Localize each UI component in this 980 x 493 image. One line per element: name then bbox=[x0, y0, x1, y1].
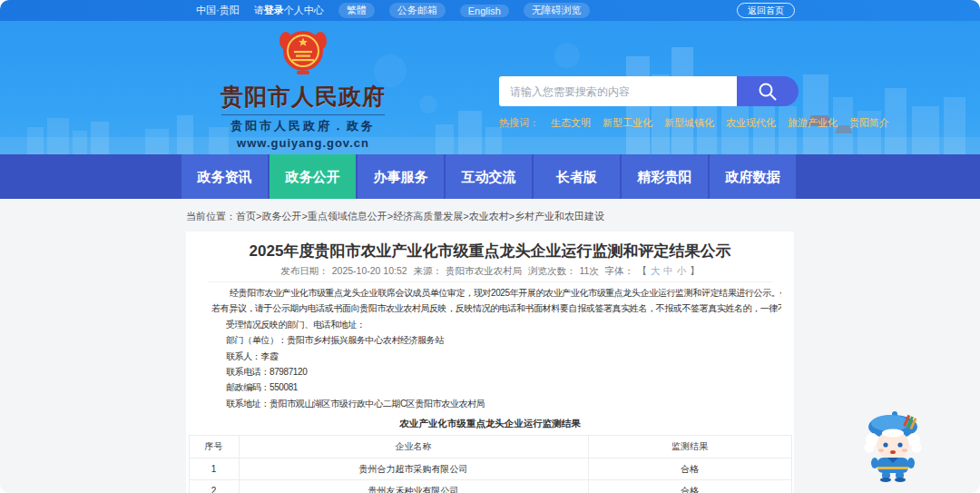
cell-company-name: 贵州友禾种业有限公司 bbox=[239, 480, 588, 493]
search-icon bbox=[758, 82, 778, 102]
meta-bracket-close: 】 bbox=[690, 265, 700, 276]
meta-source-label: 来源： bbox=[414, 265, 443, 276]
hot-word-urbanization[interactable]: 新型城镇化 bbox=[664, 116, 714, 130]
cell-result: 合格 bbox=[588, 480, 791, 493]
topbar-link-china-guiyang[interactable]: 中国·贵阳 bbox=[196, 4, 240, 17]
table-header-result: 监测结果 bbox=[588, 436, 791, 458]
meta-bracket-open: 【 bbox=[637, 265, 647, 276]
cell-seq: 1 bbox=[189, 458, 239, 480]
font-size-medium-button[interactable]: 中 bbox=[663, 265, 673, 276]
hot-word-guiyang-intro[interactable]: 贵阳简介 bbox=[849, 116, 889, 130]
paragraph-line-2: 若有异议，请于公示期内电话或书面向贵阳市农业农村局反映，反映情况的电话和书面材料… bbox=[211, 301, 781, 316]
search-area: 热搜词： 生态文明 新型工业化 新型城镇化 农业现代化 旅游产业化 贵阳简介 bbox=[499, 76, 799, 130]
cell-result: 合格 bbox=[588, 458, 791, 480]
topbar-link-accessibility[interactable]: 无障碍浏览 bbox=[524, 3, 590, 18]
mascot-widget[interactable] bbox=[860, 409, 926, 483]
table-header-row: 序号 企业名称 监测结果 bbox=[189, 436, 791, 458]
meta-publish-label: 发布日期： bbox=[280, 265, 328, 276]
search-input[interactable] bbox=[499, 76, 737, 106]
section-line: 受理情况反映的部门、电话和地址： bbox=[211, 317, 781, 332]
mascot-icon bbox=[860, 409, 926, 483]
meta-views-label: 浏览次数： bbox=[528, 265, 576, 276]
cell-company-name: 贵州合力超市采购有限公司 bbox=[239, 458, 588, 480]
hot-word-ecology[interactable]: 生态文明 bbox=[551, 116, 591, 130]
search-button[interactable] bbox=[737, 76, 799, 106]
hot-words: 热搜词： 生态文明 新型工业化 新型城镇化 农业现代化 旅游产业化 贵阳简介 bbox=[499, 116, 799, 130]
content-card: 2025年度贵阳市农业产业化市级重点龙头企业运行监测和评定结果公示 发布日期：2… bbox=[186, 232, 794, 493]
contact-person: 联系人：李霞 bbox=[211, 349, 781, 364]
topbar-link-official-mail[interactable]: 公务邮箱 bbox=[389, 3, 446, 18]
contact-address: 联系地址：贵阳市观山湖区市级行政中心二期C区贵阳市农业农村局 bbox=[211, 396, 781, 411]
topbar-link-english[interactable]: English bbox=[460, 5, 509, 17]
table-title: 农业产业化市级重点龙头企业运行监测结果 bbox=[186, 417, 794, 430]
logo-divider bbox=[221, 114, 385, 115]
meta-source-value: 贵阳市农业农村局 bbox=[446, 265, 522, 276]
article-title: 2025年度贵阳市农业产业化市级重点龙头企业运行监测和评定结果公示 bbox=[186, 242, 794, 261]
login-bold: 登录 bbox=[264, 5, 284, 15]
site-title: 贵阳市人民政府 bbox=[214, 82, 392, 112]
article-meta: 发布日期：2025-10-20 10:52 来源：贵阳市农业农村局 浏览次数：1… bbox=[208, 265, 772, 282]
breadcrumb-path[interactable]: 首页>政务公开>重点领域信息公开>经济高质量发展>农业农村>乡村产业和农田建设 bbox=[236, 211, 604, 222]
site-logo[interactable]: 贵阳市人民政府 贵阳市人民政府．政务 www.guiyang.gov.cn bbox=[214, 27, 392, 150]
nav-item-elderly-version[interactable]: 长者版 bbox=[534, 154, 620, 199]
contact-phone: 联系电话：87987120 bbox=[211, 364, 781, 380]
nav-item-gov-data[interactable]: 政府数据 bbox=[710, 154, 796, 199]
paragraph-line-1: 经贵阳市农业产业化市级重点龙头企业联席会议成员单位审定，现对2025年开展的农业… bbox=[211, 285, 781, 301]
hot-words-label: 热搜词： bbox=[499, 116, 539, 130]
browser-page: 中国·贵阳 请登录个人中心 繁體 公务邮箱 English 无障碍浏览 返回首页 bbox=[0, 0, 980, 493]
table-row: 2 贵州友禾种业有限公司 合格 bbox=[189, 480, 791, 493]
topbar-login-link[interactable]: 请登录个人中心 bbox=[254, 4, 324, 17]
cell-seq: 2 bbox=[189, 480, 239, 493]
site-banner: 贵阳市人民政府 贵阳市人民政府．政务 www.guiyang.gov.cn 热搜… bbox=[0, 21, 980, 154]
site-subtitle: 贵阳市人民政府．政务 bbox=[214, 118, 392, 134]
table-header-name: 企业名称 bbox=[239, 436, 588, 458]
nav-item-interaction[interactable]: 互动交流 bbox=[446, 154, 532, 199]
font-size-large-button[interactable]: 大 bbox=[651, 265, 661, 276]
login-post: 个人中心 bbox=[284, 5, 324, 15]
topbar-link-traditional[interactable]: 繁體 bbox=[338, 3, 375, 18]
site-url: www.guiyang.gov.cn bbox=[214, 136, 392, 150]
city-skyline-decoration bbox=[0, 21, 980, 154]
nav-item-services[interactable]: 办事服务 bbox=[358, 154, 444, 199]
breadcrumb: 当前位置：首页>政务公开>重点领域信息公开>经济高质量发展>农业农村>乡村产业和… bbox=[186, 210, 604, 223]
nav-item-disclosure[interactable]: 政务公开 bbox=[270, 154, 356, 199]
monitor-table: 序号 企业名称 监测结果 1 贵州合力超市采购有限公司 合格 2 贵州友禾种业有… bbox=[189, 435, 792, 493]
hot-word-tourism[interactable]: 旅游产业化 bbox=[788, 116, 838, 130]
hot-word-agriculture[interactable]: 农业现代化 bbox=[726, 116, 776, 130]
font-size-small-button[interactable]: 小 bbox=[677, 265, 687, 276]
topbar: 中国·贵阳 请登录个人中心 繁體 公务邮箱 English 无障碍浏览 返回首页 bbox=[0, 0, 980, 21]
contact-postcode: 邮政编码：550081 bbox=[211, 380, 781, 395]
back-home-button[interactable]: 返回首页 bbox=[737, 3, 795, 18]
nav-item-news[interactable]: 政务资讯 bbox=[181, 154, 268, 199]
main-nav: 政务资讯 政务公开 办事服务 互动交流 长者版 精彩贵阳 政府数据 bbox=[0, 154, 980, 199]
nav-item-highlights[interactable]: 精彩贵阳 bbox=[622, 154, 708, 199]
table-header-seq: 序号 bbox=[189, 436, 239, 458]
article-body: 经贵阳市农业产业化市级重点龙头企业联席会议成员单位审定，现对2025年开展的农业… bbox=[211, 285, 781, 411]
breadcrumb-label: 当前位置： bbox=[186, 211, 236, 222]
contact-department: 部门（单位）：贵阳市乡村振兴服务中心农村经济服务站 bbox=[211, 332, 781, 348]
meta-views-value: 11次 bbox=[579, 265, 598, 276]
hot-word-industry[interactable]: 新型工业化 bbox=[603, 116, 652, 130]
national-emblem-icon bbox=[279, 27, 328, 77]
meta-font-label: 字体： bbox=[605, 265, 634, 276]
login-pre: 请 bbox=[254, 5, 264, 15]
table-row: 1 贵州合力超市采购有限公司 合格 bbox=[189, 458, 791, 480]
meta-publish-value: 2025-10-20 10:52 bbox=[332, 265, 407, 276]
